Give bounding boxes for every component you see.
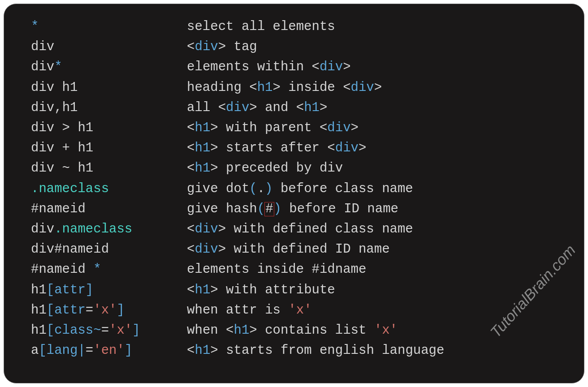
selector-cell: div#nameid (31, 242, 109, 257)
selector-cell: div* (31, 60, 62, 74)
description-cell: give hash(#) before ID name (187, 202, 398, 216)
selector-cell: div (31, 39, 54, 54)
code-line: h1[attr] <h1> with attribute (31, 280, 444, 300)
selector-cell: div,h1 (31, 100, 78, 115)
code-line: a[lang|='en'] <h1> starts from english l… (31, 340, 444, 361)
code-line: div + h1 <h1> starts after <div> (31, 138, 444, 158)
watermark: TutorialBrain.com (487, 241, 579, 341)
code-line: h1[attr='x'] when attr is 'x' (31, 300, 444, 320)
code-line: #nameid * elements inside #idname (31, 259, 444, 280)
description-cell: select all elements (187, 19, 335, 34)
selector-cell: #nameid * (31, 262, 101, 277)
selector-cell: .nameclass (31, 181, 109, 196)
selector-cell: div + h1 (31, 141, 93, 155)
selector-cell: div.nameclass (31, 222, 132, 236)
description-cell: <h1> starts from english language (187, 343, 444, 358)
description-cell: <h1> with parent <div> (187, 120, 359, 135)
selector-cell: h1[class~='x'] (31, 323, 140, 338)
description-cell: elements inside #idname (187, 262, 366, 277)
code-line: div ~ h1 <h1> preceded by div (31, 158, 444, 178)
description-cell: <h1> preceded by div (187, 161, 343, 176)
code-line: * select all elements (31, 17, 444, 37)
selector-cell: h1[attr] (31, 283, 93, 297)
description-cell: <div> with defined ID name (187, 242, 390, 257)
code-block: * select all elementsdiv <div> tagdiv* e… (31, 17, 444, 361)
selector-cell: a[lang|='en'] (31, 343, 132, 358)
code-line: div > h1 <h1> with parent <div> (31, 118, 444, 138)
selector-cell: h1[attr='x'] (31, 303, 125, 318)
selector-cell: #nameid (31, 202, 86, 216)
description-cell: <h1> with attribute (187, 283, 335, 297)
code-line: h1[class~='x'] when <h1> contains list '… (31, 320, 444, 340)
selector-cell: * (31, 19, 39, 34)
code-line: div#nameid <div> with defined ID name (31, 239, 444, 259)
description-cell: when attr is 'x' (187, 303, 311, 318)
description-cell: give dot(.) before class name (187, 181, 413, 196)
description-cell: heading <h1> inside <div> (187, 80, 382, 95)
code-line: div h1 heading <h1> inside <div> (31, 77, 444, 98)
code-line: div <div> tag (31, 37, 444, 57)
description-cell: all <div> and <h1> (187, 100, 327, 115)
selector-cell: div > h1 (31, 120, 93, 135)
selector-cell: div ~ h1 (31, 161, 93, 176)
code-line: div* elements within <div> (31, 57, 444, 77)
description-cell: <div> with defined class name (187, 222, 413, 236)
code-line: #nameid give hash(#) before ID name (31, 199, 444, 219)
code-line: div.nameclass <div> with defined class n… (31, 219, 444, 239)
code-line: div,h1 all <div> and <h1> (31, 98, 444, 118)
description-cell: <div> tag (187, 39, 257, 54)
code-line: .nameclass give dot(.) before class name (31, 179, 444, 199)
description-cell: elements within <div> (187, 60, 350, 74)
code-frame: * select all elementsdiv <div> tagdiv* e… (4, 4, 584, 383)
description-cell: when <h1> contains list 'x' (187, 323, 398, 338)
description-cell: <h1> starts after <div> (187, 141, 366, 155)
selector-cell: div h1 (31, 80, 78, 95)
